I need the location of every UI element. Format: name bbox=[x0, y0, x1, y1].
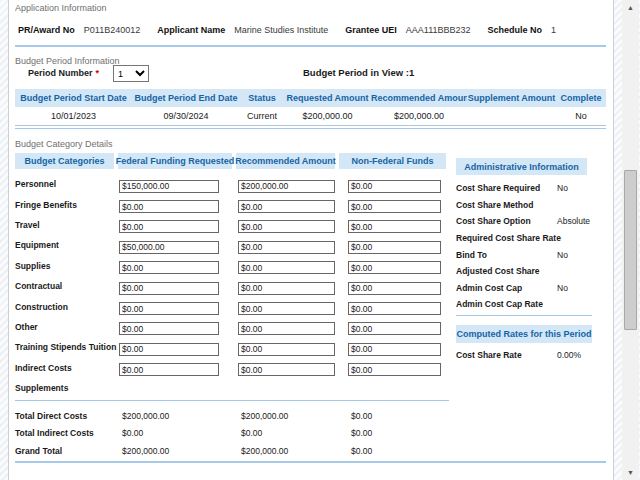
category-row-equipment: Equipment bbox=[15, 235, 455, 255]
fringe-nonfederal-input[interactable] bbox=[348, 200, 441, 213]
total-direct-nonfederal: $0.00 bbox=[348, 411, 451, 421]
section-title-budget-category-details: Budget Category Details bbox=[15, 139, 113, 149]
grantee-uei-label: Grantee UEI bbox=[345, 25, 397, 35]
fringe-recommended-input[interactable] bbox=[238, 200, 335, 213]
category-label: Travel bbox=[15, 220, 119, 230]
construction-nonfederal-input[interactable] bbox=[348, 302, 441, 315]
grand-total-federal: $200,000.00 bbox=[119, 446, 238, 456]
admin-info-header: Administrative Information bbox=[456, 158, 587, 175]
training-federal-input[interactable] bbox=[119, 343, 219, 356]
category-row-fringe-benefits: Fringe Benefits bbox=[15, 194, 455, 214]
col-recommended-amount: Recommended Amount bbox=[371, 93, 467, 103]
category-label: Contractual bbox=[15, 281, 119, 291]
cost-share-option-value: Absolute bbox=[557, 216, 610, 226]
indirect-nonfederal-input[interactable] bbox=[348, 363, 441, 376]
other-federal-input[interactable] bbox=[119, 322, 219, 335]
supplies-federal-input[interactable] bbox=[119, 261, 219, 274]
applicant-name-label: Applicant Name bbox=[157, 25, 225, 35]
budget-period-table-header: Budget Period Start Date Budget Period E… bbox=[15, 89, 606, 107]
category-label: Other bbox=[15, 322, 119, 332]
training-recommended-input[interactable] bbox=[238, 343, 335, 356]
travel-federal-input[interactable] bbox=[119, 220, 219, 233]
equipment-federal-input[interactable] bbox=[119, 241, 219, 254]
supplies-recommended-input[interactable] bbox=[238, 261, 335, 274]
vertical-scrollbar[interactable]: ▲ ▼ bbox=[622, 0, 639, 480]
category-row-personnel: Personnel bbox=[15, 174, 455, 194]
budget-period-in-view-label: Budget Period in View :1 bbox=[303, 67, 414, 78]
personnel-nonfederal-input[interactable] bbox=[348, 180, 441, 193]
category-row-travel: Travel bbox=[15, 215, 455, 235]
period-number-label: Period Number* bbox=[28, 68, 99, 78]
computed-rates-rows: Cost Share Rate 0.00% bbox=[456, 347, 610, 364]
indirect-federal-input[interactable] bbox=[119, 363, 219, 376]
supplies-nonfederal-input[interactable] bbox=[348, 261, 441, 274]
cell-start-date: 10/01/2023 bbox=[15, 111, 132, 121]
table-bottom-double-rule bbox=[15, 125, 606, 129]
contractual-federal-input[interactable] bbox=[119, 282, 219, 295]
period-number-select[interactable]: 1 bbox=[113, 65, 149, 82]
section-title-budget-period-information: Budget Period Information bbox=[15, 56, 120, 66]
admin-row-bind-to: Bind To No bbox=[456, 246, 610, 263]
total-direct-recommended: $200,000.00 bbox=[238, 411, 348, 421]
cost-share-rate-value: 0.00% bbox=[557, 350, 610, 360]
category-row-supplies: Supplies bbox=[15, 256, 455, 276]
admin-row-admin-cost-cap-rate: Admin Cost Cap Rate bbox=[456, 296, 610, 313]
equipment-nonfederal-input[interactable] bbox=[348, 241, 441, 254]
total-indirect-nonfederal: $0.00 bbox=[348, 428, 451, 438]
budget-category-rows: Personnel Fringe Benefits Travel Equipme… bbox=[15, 174, 455, 398]
budget-category-table-header: Budget Categories Federal Funding Reques… bbox=[15, 153, 446, 169]
cell-complete: No bbox=[556, 111, 606, 121]
other-nonfederal-input[interactable] bbox=[348, 322, 441, 335]
bottom-divider bbox=[15, 461, 606, 463]
category-label: Equipment bbox=[15, 240, 119, 250]
admin-row-required-cost-share-rate: Required Cost Share Rate bbox=[456, 230, 610, 247]
fringe-federal-input[interactable] bbox=[119, 200, 219, 213]
personnel-recommended-input[interactable] bbox=[238, 180, 335, 193]
contractual-nonfederal-input[interactable] bbox=[348, 282, 441, 295]
personnel-federal-input[interactable] bbox=[119, 180, 219, 193]
construction-recommended-input[interactable] bbox=[238, 302, 335, 315]
category-row-other: Other bbox=[15, 317, 455, 337]
contractual-recommended-input[interactable] bbox=[238, 282, 335, 295]
col-status: Status bbox=[240, 93, 284, 103]
cost-share-required-value: No bbox=[557, 183, 610, 193]
category-label: Indirect Costs bbox=[15, 363, 119, 373]
cell-status: Current bbox=[240, 111, 284, 121]
schedule-no-value: 1 bbox=[551, 25, 556, 35]
totals-section: Total Direct Costs $200,000.00 $200,000.… bbox=[15, 407, 455, 460]
required-asterisk: * bbox=[96, 68, 100, 78]
total-direct-federal: $200,000.00 bbox=[119, 411, 238, 421]
scrollbar-thumb[interactable] bbox=[624, 170, 637, 330]
category-row-indirect-costs: Indirect Costs bbox=[15, 358, 455, 378]
col-non-federal-funds: Non-Federal Funds bbox=[339, 153, 446, 169]
equipment-recommended-input[interactable] bbox=[238, 241, 335, 254]
indirect-recommended-input[interactable] bbox=[238, 363, 335, 376]
col-supplement-amount: Supplement Amount bbox=[467, 93, 556, 103]
category-label: Construction bbox=[15, 302, 119, 312]
construction-federal-input[interactable] bbox=[119, 302, 219, 315]
grand-total-recommended: $200,000.00 bbox=[238, 446, 348, 456]
category-row-supplements: Supplements bbox=[15, 378, 455, 398]
other-recommended-input[interactable] bbox=[238, 322, 335, 335]
pr-award-no-label: PR/Award No bbox=[18, 25, 75, 35]
computed-rates-header: Computed Rates for this Period bbox=[456, 325, 592, 343]
computed-row-cost-share-rate: Cost Share Rate 0.00% bbox=[456, 347, 610, 364]
category-table-divider bbox=[15, 400, 449, 401]
col-start-date: Budget Period Start Date bbox=[15, 93, 132, 103]
admin-info-rows: Cost Share Required No Cost Share Method… bbox=[456, 180, 610, 313]
category-label: Supplies bbox=[15, 261, 119, 271]
grand-total-nonfederal: $0.00 bbox=[348, 446, 451, 456]
travel-nonfederal-input[interactable] bbox=[348, 220, 441, 233]
scroll-up-arrow-icon[interactable]: ▲ bbox=[622, 0, 639, 15]
col-recommended-amount: Recommended Amount bbox=[236, 153, 335, 169]
total-indirect-costs-row: Total Indirect Costs $0.00 $0.00 $0.00 bbox=[15, 425, 455, 443]
admin-row-admin-cost-cap: Admin Cost Cap No bbox=[456, 280, 610, 297]
budget-period-table-row: 10/01/2023 09/30/2024 Current $200,000.0… bbox=[15, 108, 606, 124]
training-nonfederal-input[interactable] bbox=[348, 343, 441, 356]
travel-recommended-input[interactable] bbox=[238, 220, 335, 233]
cell-requested-amount: $200,000.00 bbox=[284, 111, 371, 121]
scroll-down-arrow-icon[interactable]: ▼ bbox=[622, 465, 639, 480]
col-end-date: Budget Period End Date bbox=[132, 93, 240, 103]
cell-end-date: 09/30/2024 bbox=[132, 111, 240, 121]
schedule-no-label: Schedule No bbox=[488, 25, 543, 35]
